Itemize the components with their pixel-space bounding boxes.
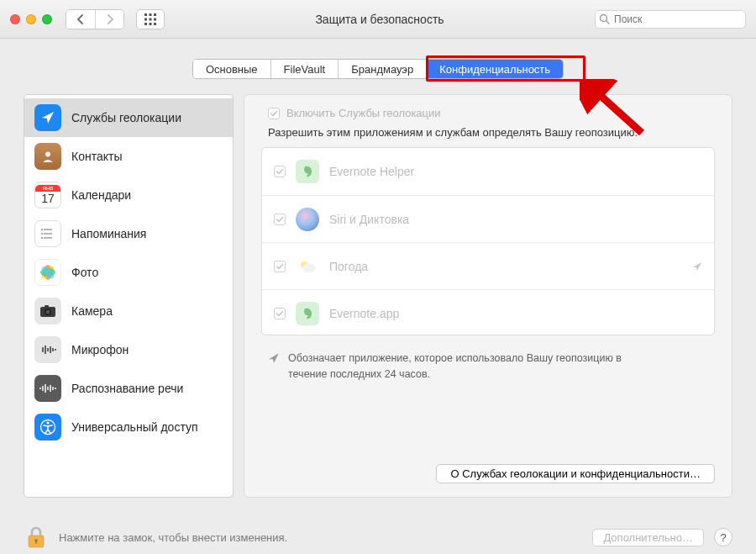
svg-point-17: [41, 233, 43, 235]
app-checkbox[interactable]: [274, 308, 286, 319]
forward-button[interactable]: [95, 10, 123, 29]
traffic-lights: [10, 14, 52, 24]
weather-icon: [296, 255, 319, 278]
location-indicator-icon: [268, 352, 280, 364]
app-name: Evernote Helper: [329, 165, 414, 178]
svg-rect-26: [45, 305, 49, 308]
app-row[interactable]: Evernote Helper: [262, 148, 714, 195]
app-name: Погода: [329, 260, 682, 273]
privacy-detail-pane: Включить Службы геолокации Разрешить эти…: [244, 94, 732, 498]
app-name: Evernote.app: [329, 307, 399, 320]
sidebar-item-reminders[interactable]: Напоминания: [24, 214, 233, 253]
search-box: [595, 10, 746, 29]
app-list: Evernote Helper Siri и Диктовка Погода E…: [261, 147, 715, 335]
sidebar-item-microphone[interactable]: Микрофон: [24, 330, 233, 369]
help-button[interactable]: ?: [714, 528, 732, 546]
nav-segmented: [66, 9, 124, 29]
app-checkbox[interactable]: [274, 214, 286, 225]
photos-icon: [34, 259, 61, 286]
svg-rect-0: [144, 13, 147, 16]
sidebar-item-label: Контакты: [71, 150, 122, 163]
svg-point-18: [41, 237, 43, 239]
close-window[interactable]: [10, 14, 20, 24]
advanced-button[interactable]: Дополнительно…: [592, 529, 704, 546]
svg-rect-2: [154, 13, 156, 16]
sidebar-item-label: Камера: [71, 304, 113, 318]
enable-location-checkbox[interactable]: [268, 108, 280, 119]
svg-point-42: [46, 421, 49, 424]
window-title: Защита и безопасность: [173, 13, 586, 26]
evernote-icon: [296, 302, 319, 325]
sidebar-item-speech[interactable]: Распознавание речи: [24, 369, 233, 408]
svg-point-16: [41, 229, 43, 230]
reminders-icon: [34, 220, 61, 247]
app-row[interactable]: Siri и Диктовка: [262, 195, 714, 242]
tab-general[interactable]: Основные: [193, 60, 270, 78]
app-checkbox[interactable]: [274, 261, 286, 272]
search-input[interactable]: [595, 10, 746, 29]
sidebar-item-label: Службы геолокации: [71, 111, 181, 124]
enable-location-label: Включить Службы геолокации: [286, 107, 441, 119]
location-indicator-icon: [692, 261, 702, 272]
microphone-icon: [34, 336, 61, 363]
svg-rect-3: [144, 18, 147, 20]
svg-point-12: [45, 152, 50, 157]
svg-point-44: [302, 264, 316, 272]
svg-rect-6: [144, 23, 147, 25]
sidebar-item-label: Универсальный доступ: [71, 420, 198, 434]
lock-icon: [26, 525, 46, 549]
svg-rect-1: [150, 13, 152, 16]
indicator-note-text: Обозначает приложение, которое использов…: [288, 351, 641, 383]
tab-firewall[interactable]: Брандмауэр: [338, 60, 426, 78]
sidebar-item-label: Напоминания: [71, 227, 146, 240]
tab-filevault[interactable]: FileVault: [270, 60, 339, 78]
calendar-icon: ЯНВ17: [34, 182, 61, 208]
sidebar-item-label: Распознавание речи: [71, 382, 183, 395]
sidebar-item-label: Фото: [71, 266, 98, 279]
speech-icon: [34, 375, 61, 402]
footer: Нажмите на замок, чтобы внести изменения…: [0, 513, 756, 551]
svg-rect-7: [150, 23, 152, 25]
location-icon: [34, 104, 61, 131]
enable-location-row: Включить Службы геолокации: [268, 107, 715, 119]
svg-point-25: [46, 310, 50, 314]
back-button[interactable]: [66, 10, 95, 29]
app-checkbox[interactable]: [274, 166, 286, 177]
lock-label: Нажмите на замок, чтобы внести изменения…: [59, 531, 582, 544]
indicator-note: Обозначает приложение, которое использов…: [268, 351, 708, 383]
minimize-window[interactable]: [26, 14, 36, 24]
sidebar-item-accessibility[interactable]: Универсальный доступ: [24, 408, 233, 446]
sidebar-item-contacts[interactable]: Контакты: [24, 137, 233, 176]
search-icon: [599, 13, 610, 24]
sidebar-item-camera[interactable]: Камера: [24, 292, 233, 330]
app-name: Siri и Диктовка: [329, 213, 409, 226]
sidebar-item-calendar[interactable]: ЯНВ17 Календари: [24, 176, 233, 214]
sidebar-item-photos[interactable]: Фото: [24, 253, 233, 292]
show-all-prefs-button[interactable]: [136, 9, 165, 29]
sidebar-item-label: Микрофон: [71, 343, 129, 356]
contacts-icon: [34, 143, 61, 170]
svg-line-10: [606, 20, 610, 24]
app-row[interactable]: Погода: [262, 242, 714, 289]
svg-rect-8: [154, 23, 156, 25]
tab-bar: Основные FileVault Брандмауэр Конфиденци…: [0, 39, 756, 94]
about-location-button[interactable]: О Службах геолокации и конфиденциальност…: [436, 464, 715, 483]
tab-privacy[interactable]: Конфиденциальность: [426, 60, 563, 78]
window-titlebar: Защита и безопасность: [0, 0, 756, 39]
evernote-icon: [296, 160, 319, 183]
svg-rect-47: [35, 541, 37, 544]
lock-button[interactable]: [24, 523, 49, 551]
allow-description: Разрешить этим приложениям и службам опр…: [268, 126, 715, 139]
siri-icon: [296, 208, 319, 231]
accessibility-icon: [34, 414, 61, 441]
sidebar-item-location[interactable]: Службы геолокации: [24, 98, 233, 137]
svg-rect-4: [150, 18, 152, 20]
camera-icon: [34, 298, 61, 324]
svg-rect-5: [154, 18, 156, 20]
zoom-window[interactable]: [42, 14, 52, 24]
app-row[interactable]: Evernote.app: [262, 289, 714, 335]
sidebar-item-label: Календари: [71, 188, 131, 202]
privacy-sidebar: Службы геолокации Контакты ЯНВ17 Календа…: [24, 94, 234, 498]
